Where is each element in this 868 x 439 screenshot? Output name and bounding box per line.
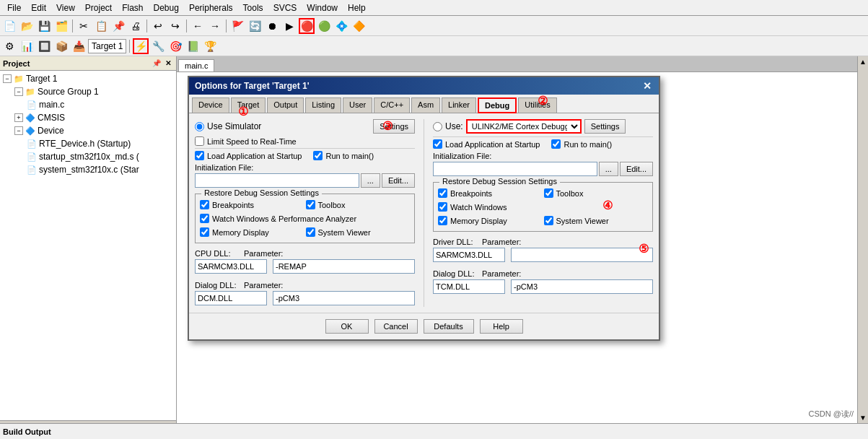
debug-btn[interactable]: 🔴 — [299, 18, 315, 34]
tree-item-device[interactable]: − 🔷 Device — [1, 124, 175, 137]
right-sv-check[interactable] — [544, 216, 553, 225]
tree-item-mainc[interactable]: 📄 main.c — [1, 98, 175, 111]
menu-edit[interactable]: Edit — [27, 1, 51, 14]
tree-item-startup[interactable]: 📄 startup_stm32f10x_md.s ( — [1, 150, 175, 163]
scroll-up-btn[interactable]: ▲ — [859, 58, 867, 66]
cut-btn[interactable]: ✂ — [76, 18, 92, 34]
tb2-btn2[interactable]: 📊 — [19, 38, 35, 54]
tree-item-rte[interactable]: 📄 RTE_Device.h (Startup) — [1, 137, 175, 150]
right-toolbox-check[interactable] — [544, 188, 553, 198]
left-bp-check[interactable] — [200, 200, 209, 209]
left-watch-check[interactable] — [200, 214, 209, 223]
tab-mainc[interactable]: main.c — [178, 59, 214, 71]
right-run-check[interactable] — [551, 139, 561, 149]
defaults-btn[interactable]: Defaults — [424, 319, 474, 334]
right-browse-btn[interactable]: ... — [599, 162, 618, 176]
menu-peripherals[interactable]: Peripherals — [185, 1, 237, 14]
target2-btn[interactable]: 🎯 — [167, 38, 183, 54]
left-toolbox-check[interactable] — [306, 200, 315, 209]
nav-back-btn[interactable]: ← — [190, 18, 206, 34]
right-settings-btn[interactable]: Settings — [584, 119, 626, 134]
btn2[interactable]: 🔄 — [247, 18, 263, 34]
options-btn[interactable]: ⚡ — [133, 38, 149, 54]
left-settings-btn[interactable]: Settings — [373, 119, 415, 134]
dtab-asm[interactable]: Asm — [411, 97, 440, 113]
toggle-target1[interactable]: − — [3, 74, 12, 83]
left-load-check[interactable] — [195, 151, 204, 160]
debugger-combo[interactable]: ULINK2/ME Cortex Debugger — [466, 119, 582, 134]
menu-flash[interactable]: Flash — [118, 1, 147, 14]
cancel-btn[interactable]: Cancel — [374, 319, 418, 334]
right-driver-dll-input[interactable] — [433, 248, 505, 262]
tb2-btn3[interactable]: 🔲 — [36, 38, 52, 54]
pkg-btn[interactable]: 📗 — [185, 38, 201, 54]
menu-project[interactable]: Project — [81, 1, 116, 14]
toggle-device[interactable]: − — [14, 126, 23, 135]
print-btn[interactable]: 🖨 — [128, 18, 144, 34]
save-btn[interactable]: 💾 — [36, 18, 52, 34]
tree-item-target1[interactable]: − 📁 Target 1 — [1, 72, 175, 85]
new-btn[interactable]: 📄 — [1, 18, 17, 34]
save-all-btn[interactable]: 🗂️ — [53, 18, 69, 34]
right-dialog-dll-input[interactable] — [433, 279, 505, 294]
open-btn[interactable]: 📂 — [19, 18, 35, 34]
menu-file[interactable]: File — [3, 1, 25, 14]
right-init-input[interactable] — [433, 162, 597, 176]
menu-debug[interactable]: Debug — [149, 1, 183, 14]
scroll-down-btn[interactable]: ▼ — [859, 414, 867, 422]
dtab-listing[interactable]: Listing — [305, 97, 341, 113]
menu-help[interactable]: Help — [343, 1, 370, 14]
build-target-btn[interactable]: 🚩 — [229, 18, 245, 34]
target-selector[interactable]: Target 1 — [88, 39, 126, 53]
left-sv-check[interactable] — [306, 227, 315, 237]
nav-fwd-btn[interactable]: → — [207, 18, 223, 34]
panel-resize[interactable] — [0, 420, 176, 423]
dialog-close-btn[interactable]: ✕ — [641, 80, 653, 92]
dtab-output[interactable]: Output — [267, 97, 304, 113]
ext-btn[interactable]: 🏆 — [202, 38, 218, 54]
use-radio[interactable] — [433, 122, 442, 131]
btn7[interactable]: 🔶 — [351, 18, 367, 34]
left-cpu-dll-input[interactable] — [195, 259, 267, 274]
left-init-input[interactable] — [195, 173, 359, 188]
right-driver-param-input[interactable] — [511, 248, 653, 262]
menu-window[interactable]: Window — [302, 1, 342, 14]
use-simulator-radio[interactable] — [195, 122, 204, 131]
right-bp-check[interactable] — [438, 188, 447, 198]
right-scrollbar[interactable]: ▲ ▼ — [857, 56, 868, 423]
dtab-cc[interactable]: C/C++ — [374, 97, 410, 113]
tree-item-system[interactable]: 📄 system_stm32f10x.c (Star — [1, 163, 175, 176]
toggle-sourcegroup[interactable]: − — [14, 87, 23, 96]
btn5[interactable]: 🟢 — [316, 18, 332, 34]
right-mem-check[interactable] — [438, 216, 447, 225]
redo-btn[interactable]: ↪ — [167, 18, 183, 34]
dtab-debug[interactable]: Debug — [478, 97, 517, 113]
btn4[interactable]: ▶ — [281, 18, 297, 34]
left-edit-btn[interactable]: Edit... — [382, 173, 415, 188]
right-dialog-param-input[interactable] — [511, 279, 653, 294]
left-browse-btn[interactable]: ... — [361, 173, 380, 188]
left-cpu-param-input[interactable] — [273, 259, 415, 274]
help-btn[interactable]: Help — [480, 319, 523, 334]
dtab-utilities[interactable]: Utilities — [518, 97, 556, 113]
left-dialog-dll-input[interactable] — [195, 291, 267, 305]
left-run-check[interactable] — [313, 151, 323, 160]
tb2-btn1[interactable]: ⚙ — [1, 38, 17, 54]
dtab-user[interactable]: User — [343, 97, 372, 113]
pin-icon[interactable]: 📌 — [152, 58, 162, 69]
menu-svcs[interactable]: SVCS — [269, 1, 302, 14]
dtab-linker[interactable]: Linker — [442, 97, 476, 113]
close-panel-icon[interactable]: ✕ — [163, 58, 173, 69]
ok-btn[interactable]: OK — [325, 319, 369, 334]
tree-item-sourcegroup[interactable]: − 📁 Source Group 1 — [1, 85, 175, 98]
dtab-device[interactable]: Device — [192, 97, 229, 113]
menu-tools[interactable]: Tools — [239, 1, 268, 14]
btn3[interactable]: ⏺ — [264, 18, 280, 34]
btn6[interactable]: 💠 — [333, 18, 349, 34]
menu-view[interactable]: View — [52, 1, 79, 14]
right-edit-btn[interactable]: Edit... — [620, 162, 653, 176]
undo-btn[interactable]: ↩ — [150, 18, 166, 34]
load-btn[interactable]: 📥 — [71, 38, 87, 54]
tree-item-cmsis[interactable]: + 🔷 CMSIS — [1, 111, 175, 124]
paste-btn[interactable]: 📌 — [110, 18, 126, 34]
